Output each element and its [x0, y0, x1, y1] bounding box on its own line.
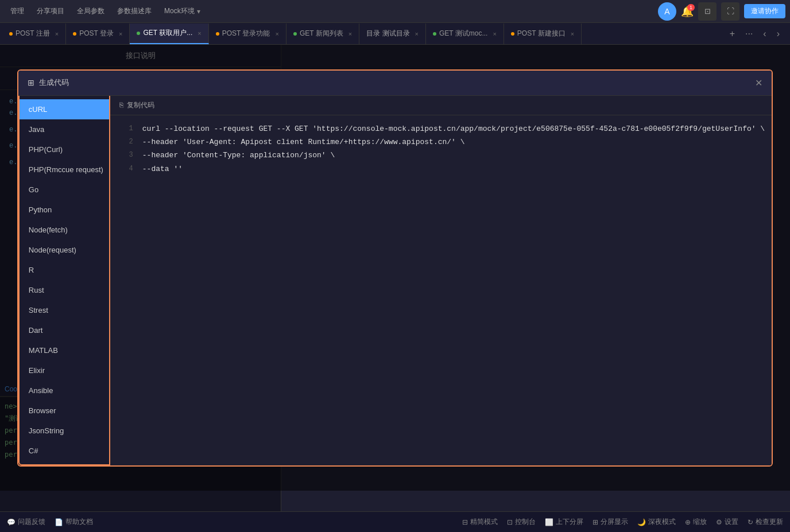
- code-view: 1curl --location --request GET --X GET '…: [110, 115, 772, 465]
- nav-share-label: 分享项目: [37, 6, 64, 16]
- screen-icon[interactable]: ⛶: [721, 2, 739, 21]
- nav-share[interactable]: 分享项目: [31, 4, 70, 18]
- tab-post-register[interactable]: POST 注册 ×: [2, 24, 66, 44]
- update-icon: ↻: [748, 518, 753, 526]
- tab-dot: [293, 32, 297, 36]
- bottom-bar: 💬 问题反馈 📄 帮助文档 ⊟ 精简模式 ⊡ 控制台 ⬜ 上下分屏 ⊞ 分屏显示…: [0, 511, 790, 532]
- notification-btn[interactable]: 🔔 1: [681, 5, 694, 18]
- window-icon[interactable]: ⊡: [698, 2, 717, 21]
- console-icon: ⊡: [507, 518, 513, 526]
- lang-item-strest[interactable]: Strest: [20, 300, 109, 320]
- tab-close[interactable]: ×: [198, 30, 201, 37]
- mock-env-dropdown-icon: ▾: [197, 7, 200, 15]
- tab-get-user[interactable]: GET 获取用户... ×: [130, 24, 208, 44]
- tab-dot: [73, 32, 76, 36]
- code-content: --header 'Content-Type: application/json…: [142, 149, 765, 162]
- lang-item-elixir[interactable]: Elixir: [20, 360, 109, 380]
- nav-mock-env-label: Mock环境: [164, 6, 195, 16]
- add-tab-btn[interactable]: +: [726, 28, 738, 40]
- tab-label: POST 新建接口: [517, 29, 566, 38]
- tab-label: GET 新闻列表: [300, 29, 343, 38]
- feedback-icon: 💬: [7, 518, 16, 526]
- help-icon: 📄: [55, 518, 63, 526]
- tab-close[interactable]: ×: [415, 30, 419, 37]
- copy-code-btn[interactable]: ⎘ 复制代码: [119, 100, 154, 110]
- more-tabs-btn[interactable]: ···: [742, 28, 756, 40]
- lang-item-ansible[interactable]: Ansible: [20, 380, 109, 401]
- lang-item-java[interactable]: Java: [20, 119, 109, 139]
- tab-label: POST 登录功能: [222, 29, 270, 38]
- split-vertical-btn[interactable]: ⬜ 上下分屏: [545, 517, 583, 527]
- code-row: 4--data '': [110, 162, 772, 176]
- modal-overlay: ⊞ 生成代码 ✕ cURLJavaPHP(Curl)PHP(Rmccue req…: [0, 45, 790, 491]
- tab-dot: [137, 32, 140, 35]
- help-btn[interactable]: 📄 帮助文档: [55, 517, 93, 527]
- lang-item-phpcurl[interactable]: PHP(Curl): [20, 139, 109, 160]
- avatar[interactable]: A: [658, 2, 676, 21]
- lang-item-phprmccuerequest[interactable]: PHP(Rmccue request): [20, 160, 109, 180]
- nav-param-desc-label: 参数描述库: [117, 6, 152, 16]
- code-content: --header 'User-Agent: Apipost client Run…: [142, 135, 765, 149]
- settings-icon: ⚙: [716, 518, 722, 526]
- tab-post-login[interactable]: POST 登录 ×: [66, 24, 130, 44]
- console-btn[interactable]: ⊡ 控制台: [507, 517, 536, 527]
- nav-manage-label: 管理: [10, 6, 24, 16]
- modal-body: cURLJavaPHP(Curl)PHP(Rmccue request)GoPy…: [18, 96, 772, 465]
- moon-icon: 🌙: [637, 518, 646, 526]
- lang-item-curl[interactable]: cURL: [20, 99, 109, 119]
- lang-item-noderequest[interactable]: Node(request): [20, 240, 109, 260]
- nav-manage[interactable]: 管理: [5, 4, 30, 18]
- tab-get-news[interactable]: GET 新闻列表 ×: [286, 24, 359, 44]
- line-number: 2: [117, 135, 133, 149]
- tab-dot: [9, 32, 13, 36]
- prev-tab-btn[interactable]: ‹: [760, 28, 769, 40]
- modal-header: ⊞ 生成代码 ✕: [18, 71, 772, 96]
- code-row: 2--header 'User-Agent: Apipost client Ru…: [110, 135, 772, 149]
- modal: ⊞ 生成代码 ✕ cURLJavaPHP(Curl)PHP(Rmccue req…: [17, 69, 773, 467]
- tab-label: GET 获取用户...: [143, 28, 192, 38]
- lang-item-dart[interactable]: Dart: [20, 320, 109, 340]
- tab-label: 目录 测试目录: [366, 29, 409, 38]
- copy-icon: ⎘: [119, 101, 123, 109]
- tab-dir-test[interactable]: 目录 测试目录 ×: [359, 24, 426, 44]
- lang-item-nodefetch[interactable]: Node(fetch): [20, 220, 109, 240]
- zoom-btn[interactable]: ⊕ 缩放: [685, 517, 707, 527]
- update-btn[interactable]: ↻ 检查更新: [748, 517, 783, 527]
- lang-item-jsonstring[interactable]: JsonString: [20, 421, 109, 441]
- lang-item-go[interactable]: Go: [20, 180, 109, 200]
- feedback-btn[interactable]: 💬 问题反馈: [7, 517, 45, 527]
- tab-dot: [433, 32, 436, 36]
- invite-btn[interactable]: 邀请协作: [744, 4, 785, 18]
- lang-item-rust[interactable]: Rust: [20, 280, 109, 300]
- lang-item-browser[interactable]: Browser: [20, 401, 109, 421]
- tab-close[interactable]: ×: [55, 30, 59, 37]
- nav-global-params-label: 全局参数: [77, 6, 104, 16]
- split-vertical-icon: ⬜: [545, 518, 553, 526]
- nav-param-desc[interactable]: 参数描述库: [111, 4, 157, 18]
- lang-item-c[interactable]: C#: [20, 441, 109, 461]
- code-content: --data '': [142, 162, 765, 176]
- tab-post-new[interactable]: POST 新建接口 ×: [504, 24, 582, 44]
- tab-close[interactable]: ×: [276, 30, 279, 37]
- lang-item-python[interactable]: Python: [20, 200, 109, 220]
- tab-dot: [511, 32, 514, 36]
- tab-close[interactable]: ×: [571, 30, 574, 37]
- night-mode-btn[interactable]: 🌙 深夜模式: [637, 517, 676, 527]
- nav-mock-env[interactable]: Mock环境 ▾: [158, 4, 206, 18]
- lang-item-matlab[interactable]: MATLAB: [20, 340, 109, 360]
- split-btn[interactable]: ⊞ 分屏显示: [592, 517, 628, 527]
- language-list: cURLJavaPHP(Curl)PHP(Rmccue request)GoPy…: [18, 96, 110, 465]
- lang-item-r[interactable]: R: [20, 260, 109, 280]
- modal-close-btn[interactable]: ✕: [755, 77, 762, 88]
- code-row: 1curl --location --request GET --X GET '…: [110, 122, 772, 135]
- next-tab-btn[interactable]: ›: [773, 28, 783, 40]
- zoom-icon: ⊕: [685, 518, 691, 526]
- nav-global-params[interactable]: 全局参数: [71, 4, 110, 18]
- tab-close[interactable]: ×: [493, 30, 496, 37]
- settings-btn[interactable]: ⚙ 设置: [716, 517, 738, 527]
- tab-close[interactable]: ×: [119, 30, 122, 37]
- tab-close[interactable]: ×: [348, 30, 352, 37]
- simple-mode-btn[interactable]: ⊟ 精简模式: [462, 517, 498, 527]
- tab-get-mock[interactable]: GET 测试moc... ×: [426, 24, 504, 44]
- tab-post-login-func[interactable]: POST 登录功能 ×: [209, 24, 286, 44]
